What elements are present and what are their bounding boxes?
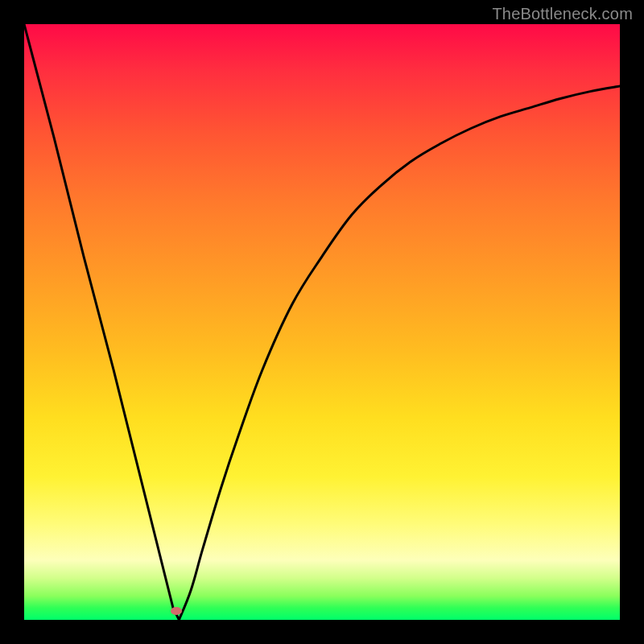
watermark-text: TheBottleneck.com: [492, 5, 633, 23]
bottleneck-curve: [24, 24, 620, 620]
chart-frame: TheBottleneck.com: [0, 0, 644, 644]
plot-area: [24, 24, 620, 620]
minimum-marker: [171, 607, 182, 615]
